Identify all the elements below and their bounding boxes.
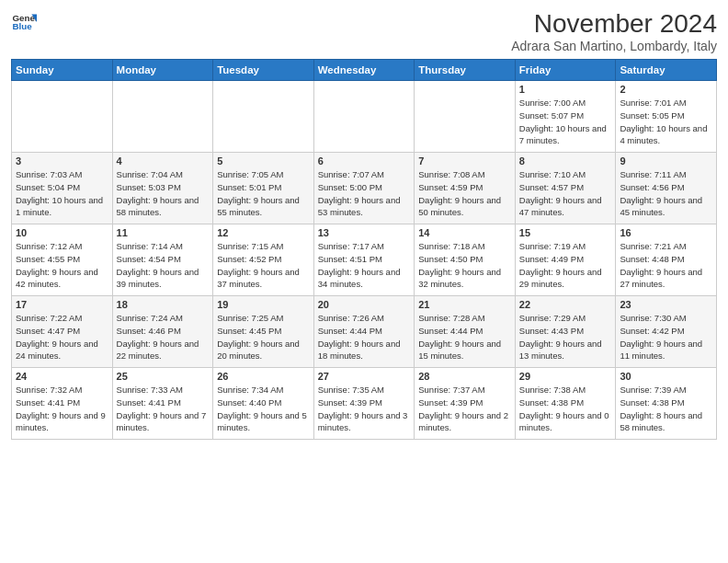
day-number: 30: [620, 371, 712, 382]
location: Adrara San Martino, Lombardy, Italy: [511, 39, 717, 53]
table-row: [112, 81, 213, 153]
day-number: 15: [519, 227, 612, 238]
col-sunday: Sunday: [12, 60, 113, 81]
day-number: 12: [217, 227, 310, 238]
table-row: 17Sunrise: 7:22 AMSunset: 4:47 PMDayligh…: [12, 296, 113, 368]
col-wednesday: Wednesday: [313, 60, 415, 81]
table-row: 9Sunrise: 7:11 AMSunset: 4:56 PMDaylight…: [616, 153, 717, 224]
table-row: 22Sunrise: 7:29 AMSunset: 4:43 PMDayligh…: [515, 296, 616, 368]
svg-text:Blue: Blue: [12, 21, 32, 31]
table-row: 7Sunrise: 7:08 AMSunset: 4:59 PMDaylight…: [415, 153, 516, 224]
day-info: Sunrise: 7:38 AMSunset: 4:38 PMDaylight:…: [519, 384, 612, 434]
table-row: 23Sunrise: 7:30 AMSunset: 4:42 PMDayligh…: [616, 296, 717, 368]
table-row: [415, 81, 516, 153]
day-info: Sunrise: 7:24 AMSunset: 4:46 PMDaylight:…: [117, 312, 210, 362]
day-info: Sunrise: 7:25 AMSunset: 4:45 PMDaylight:…: [217, 312, 310, 362]
table-row: 5Sunrise: 7:05 AMSunset: 5:01 PMDaylight…: [213, 153, 314, 224]
logo: General Blue: [11, 9, 37, 35]
table-row: 25Sunrise: 7:33 AMSunset: 4:41 PMDayligh…: [112, 368, 213, 440]
day-info: Sunrise: 7:32 AMSunset: 4:41 PMDaylight:…: [16, 384, 108, 434]
table-row: 18Sunrise: 7:24 AMSunset: 4:46 PMDayligh…: [112, 296, 213, 368]
day-number: 10: [16, 227, 108, 238]
table-row: 27Sunrise: 7:35 AMSunset: 4:39 PMDayligh…: [313, 368, 415, 440]
day-info: Sunrise: 7:30 AMSunset: 4:42 PMDaylight:…: [620, 312, 712, 362]
page: General Blue November 2024 Adrara San Ma…: [0, 0, 728, 563]
day-info: Sunrise: 7:07 AMSunset: 5:00 PMDaylight:…: [318, 168, 411, 219]
day-number: 6: [318, 155, 411, 167]
month-title: November 2024: [511, 9, 717, 39]
day-info: Sunrise: 7:37 AMSunset: 4:39 PMDaylight:…: [418, 384, 511, 434]
table-row: 12Sunrise: 7:15 AMSunset: 4:52 PMDayligh…: [213, 224, 314, 296]
table-row: 15Sunrise: 7:19 AMSunset: 4:49 PMDayligh…: [515, 224, 616, 296]
table-row: 8Sunrise: 7:10 AMSunset: 4:57 PMDaylight…: [515, 153, 616, 224]
day-info: Sunrise: 7:05 AMSunset: 5:01 PMDaylight:…: [217, 168, 310, 219]
table-row: [313, 81, 415, 153]
day-number: 22: [519, 299, 612, 310]
day-number: 29: [519, 371, 612, 382]
day-info: Sunrise: 7:17 AMSunset: 4:51 PMDaylight:…: [318, 240, 411, 291]
day-number: 8: [519, 155, 612, 167]
day-info: Sunrise: 7:21 AMSunset: 4:48 PMDaylight:…: [620, 240, 712, 291]
header: General Blue November 2024 Adrara San Ma…: [11, 9, 717, 53]
calendar-week-3: 17Sunrise: 7:22 AMSunset: 4:47 PMDayligh…: [12, 296, 717, 368]
day-number: 17: [16, 299, 108, 310]
table-row: 11Sunrise: 7:14 AMSunset: 4:54 PMDayligh…: [112, 224, 213, 296]
table-row: [213, 81, 314, 153]
day-info: Sunrise: 7:19 AMSunset: 4:49 PMDaylight:…: [519, 240, 612, 291]
day-info: Sunrise: 7:01 AMSunset: 5:05 PMDaylight:…: [620, 97, 712, 147]
day-number: 28: [418, 371, 511, 382]
day-number: 20: [318, 299, 411, 310]
table-row: 1Sunrise: 7:00 AMSunset: 5:07 PMDaylight…: [515, 81, 616, 153]
col-thursday: Thursday: [415, 60, 516, 81]
table-row: 14Sunrise: 7:18 AMSunset: 4:50 PMDayligh…: [415, 224, 516, 296]
table-row: 30Sunrise: 7:39 AMSunset: 4:38 PMDayligh…: [616, 368, 717, 440]
day-info: Sunrise: 7:08 AMSunset: 4:59 PMDaylight:…: [418, 168, 511, 219]
header-row: Sunday Monday Tuesday Wednesday Thursday…: [12, 60, 717, 81]
table-row: 24Sunrise: 7:32 AMSunset: 4:41 PMDayligh…: [12, 368, 113, 440]
day-info: Sunrise: 7:10 AMSunset: 4:57 PMDaylight:…: [519, 168, 612, 219]
day-number: 11: [117, 227, 210, 238]
day-number: 2: [620, 84, 712, 95]
table-row: 29Sunrise: 7:38 AMSunset: 4:38 PMDayligh…: [515, 368, 616, 440]
table-row: 10Sunrise: 7:12 AMSunset: 4:55 PMDayligh…: [12, 224, 113, 296]
title-block: November 2024 Adrara San Martino, Lombar…: [511, 9, 717, 53]
day-number: 14: [418, 227, 511, 238]
calendar-table: Sunday Monday Tuesday Wednesday Thursday…: [11, 59, 717, 440]
calendar-week-4: 24Sunrise: 7:32 AMSunset: 4:41 PMDayligh…: [12, 368, 717, 440]
day-number: 26: [217, 371, 310, 382]
day-info: Sunrise: 7:26 AMSunset: 4:44 PMDaylight:…: [318, 312, 411, 362]
day-number: 3: [16, 155, 108, 167]
day-info: Sunrise: 7:04 AMSunset: 5:03 PMDaylight:…: [117, 168, 210, 219]
day-info: Sunrise: 7:00 AMSunset: 5:07 PMDaylight:…: [519, 97, 612, 147]
day-info: Sunrise: 7:03 AMSunset: 5:04 PMDaylight:…: [16, 168, 108, 219]
table-row: 2Sunrise: 7:01 AMSunset: 5:05 PMDaylight…: [616, 81, 717, 153]
col-saturday: Saturday: [616, 60, 717, 81]
day-info: Sunrise: 7:15 AMSunset: 4:52 PMDaylight:…: [217, 240, 310, 291]
day-info: Sunrise: 7:18 AMSunset: 4:50 PMDaylight:…: [418, 240, 511, 291]
day-info: Sunrise: 7:22 AMSunset: 4:47 PMDaylight:…: [16, 312, 108, 362]
day-number: 1: [519, 84, 612, 95]
day-info: Sunrise: 7:34 AMSunset: 4:40 PMDaylight:…: [217, 384, 310, 434]
table-row: 16Sunrise: 7:21 AMSunset: 4:48 PMDayligh…: [616, 224, 717, 296]
col-friday: Friday: [515, 60, 616, 81]
table-row: 28Sunrise: 7:37 AMSunset: 4:39 PMDayligh…: [415, 368, 516, 440]
day-number: 19: [217, 299, 310, 310]
day-info: Sunrise: 7:14 AMSunset: 4:54 PMDaylight:…: [117, 240, 210, 291]
day-info: Sunrise: 7:35 AMSunset: 4:39 PMDaylight:…: [318, 384, 411, 434]
calendar-week-2: 10Sunrise: 7:12 AMSunset: 4:55 PMDayligh…: [12, 224, 717, 296]
day-number: 27: [318, 371, 411, 382]
day-number: 18: [117, 299, 210, 310]
table-row: [12, 81, 113, 153]
table-row: 3Sunrise: 7:03 AMSunset: 5:04 PMDaylight…: [12, 153, 113, 224]
day-info: Sunrise: 7:39 AMSunset: 4:38 PMDaylight:…: [620, 384, 712, 434]
table-row: 19Sunrise: 7:25 AMSunset: 4:45 PMDayligh…: [213, 296, 314, 368]
day-number: 23: [620, 299, 712, 310]
day-info: Sunrise: 7:11 AMSunset: 4:56 PMDaylight:…: [620, 168, 712, 219]
table-row: 21Sunrise: 7:28 AMSunset: 4:44 PMDayligh…: [415, 296, 516, 368]
day-number: 9: [620, 155, 712, 167]
day-number: 24: [16, 371, 108, 382]
day-number: 13: [318, 227, 411, 238]
logo-icon: General Blue: [11, 9, 37, 35]
day-number: 21: [418, 299, 511, 310]
day-number: 5: [217, 155, 310, 167]
